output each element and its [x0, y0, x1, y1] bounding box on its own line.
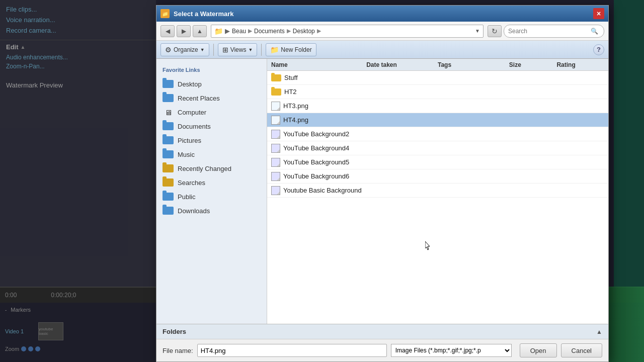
dialog-title-icon: 📁: [160, 9, 170, 18]
image-thumbnail-icon: [271, 144, 280, 153]
cancel-button[interactable]: Cancel: [561, 343, 602, 357]
file-ht4-label: HT4.png: [283, 116, 308, 124]
dialog-close-button[interactable]: ×: [593, 8, 604, 19]
views-label: Views: [230, 46, 247, 53]
image-thumbnail-icon: [271, 158, 280, 167]
dialog-action-buttons: Open Cancel: [520, 343, 602, 357]
file-ytbg5-name: YouTube Background5: [271, 158, 372, 167]
refresh-button[interactable]: ↻: [488, 25, 502, 37]
desktop-folder-icon: [163, 79, 174, 88]
dialog-organize-toolbar: ⚙ Organize ▼ ⊞ Views ▼ 📁 New Folder ?: [156, 41, 608, 59]
breadcrumb-sep-1: ▶: [248, 28, 252, 34]
folders-section[interactable]: Folders ▲: [156, 324, 608, 339]
back-button[interactable]: ◀: [160, 25, 175, 37]
views-icon: ⊞: [222, 46, 228, 54]
sidebar-music-label: Music: [178, 151, 195, 158]
help-button[interactable]: ?: [593, 44, 604, 55]
sidebar-documents-label: Documents: [178, 123, 211, 130]
sidebar-computer-label: Computer: [178, 109, 206, 116]
table-row[interactable]: Youtube Basic Background: [267, 184, 608, 198]
dialog-sidebar: Favorite Links Desktop Recent Places 🖥 C…: [156, 59, 267, 324]
sidebar-item-desktop[interactable]: Desktop: [156, 77, 267, 91]
file-ht2-name: HT2: [271, 88, 372, 96]
organize-chevron-icon: ▼: [200, 47, 205, 52]
file-ht3-label: HT3.png: [283, 102, 308, 110]
folders-label: Folders: [163, 328, 596, 335]
open-button[interactable]: Open: [520, 343, 557, 357]
search-input[interactable]: [508, 28, 589, 35]
sidebar-item-recent-places[interactable]: Recent Places: [156, 91, 267, 105]
sidebar-searches-label: Searches: [178, 179, 205, 187]
table-row[interactable]: YouTube Background6: [267, 169, 608, 184]
new-folder-button[interactable]: 📁 New Folder: [266, 43, 316, 56]
folder-icon: [271, 88, 281, 96]
col-rating[interactable]: Rating: [556, 61, 604, 68]
filetype-select[interactable]: Image Files (*.bmp;*.gif;*.jpg;*.p: [391, 344, 512, 357]
computer-icon: 🖥: [163, 108, 174, 117]
sidebar-item-music[interactable]: Music: [156, 147, 267, 161]
documents-folder-icon: [163, 122, 174, 131]
breadcrumb-sep-3: ▶: [317, 28, 321, 34]
sidebar-item-computer[interactable]: 🖥 Computer: [156, 105, 267, 119]
sidebar-item-searches[interactable]: Searches: [156, 175, 267, 190]
public-folder-icon: [163, 192, 174, 201]
file-list-header: Name Date taken Tags Size Rating: [267, 59, 608, 71]
table-row[interactable]: YouTube Background2: [267, 127, 608, 141]
organize-label: Organize: [174, 46, 198, 53]
search-submit-button[interactable]: 🔍: [591, 28, 598, 35]
sidebar-item-recently-changed[interactable]: Recently Changed: [156, 161, 267, 175]
sidebar-item-downloads[interactable]: Downloads: [156, 204, 267, 218]
file-ytbg2-label: YouTube Background2: [283, 130, 349, 138]
up-button[interactable]: ▲: [193, 25, 207, 37]
dialog-titlebar: 📁 Select a Watermark ×: [156, 6, 608, 22]
image-thumbnail-icon: [271, 130, 280, 139]
toolbar-sep-1: [213, 44, 214, 56]
image-thumbnail-icon: [271, 172, 280, 181]
filename-label: File name:: [163, 347, 193, 354]
col-name[interactable]: Name: [271, 61, 366, 68]
toolbar-sep-2: [261, 44, 262, 56]
breadcrumb-desktop: Desktop: [293, 28, 315, 35]
table-row[interactable]: HT4.png: [267, 113, 608, 127]
sidebar-pictures-label: Pictures: [178, 137, 201, 144]
file-stuff-label: Stuff: [284, 74, 298, 81]
views-button[interactable]: ⊞ Views ▼: [218, 43, 258, 56]
table-row[interactable]: Stuff: [267, 71, 608, 85]
file-ytbg2-name: YouTube Background2: [271, 130, 372, 139]
new-folder-icon: 📁: [270, 46, 279, 54]
dialog-body: Favorite Links Desktop Recent Places 🖥 C…: [156, 59, 608, 324]
image-thumbnail-icon: [271, 186, 280, 195]
folder-icon: [271, 74, 281, 81]
sidebar-public-label: Public: [178, 193, 195, 201]
file-ytbg5-label: YouTube Background5: [283, 158, 349, 166]
dialog-nav-toolbar: ◀ ▶ ▲ 📁 ▶ Beau ▶ Documents ▶ Desktop ▶ ▼…: [156, 22, 608, 41]
sidebar-item-documents[interactable]: Documents: [156, 119, 267, 133]
sidebar-section-title: Favorite Links: [156, 65, 267, 77]
table-row[interactable]: YouTube Background4: [267, 141, 608, 155]
sidebar-item-pictures[interactable]: Pictures: [156, 133, 267, 147]
table-row[interactable]: HT3.png: [267, 99, 608, 113]
recently-changed-icon: [163, 164, 174, 173]
address-dropdown-icon[interactable]: ▼: [475, 28, 480, 34]
sidebar-downloads-label: Downloads: [178, 207, 210, 215]
file-ht2-label: HT2: [284, 88, 297, 96]
file-stuff-name: Stuff: [271, 74, 372, 81]
breadcrumb-sep-2: ▶: [287, 28, 291, 34]
col-size[interactable]: Size: [509, 61, 557, 68]
select-watermark-dialog: 📁 Select a Watermark × ◀ ▶ ▲ 📁 ▶ Beau ▶ …: [156, 5, 609, 362]
table-row[interactable]: HT2: [267, 85, 608, 99]
organize-button[interactable]: ⚙ Organize ▼: [160, 43, 209, 56]
sidebar-recently-changed-label: Recently Changed: [178, 165, 231, 172]
breadcrumb-documents: Documents: [254, 28, 285, 35]
forward-button[interactable]: ▶: [177, 25, 191, 37]
file-ytbasic-label: Youtube Basic Background: [283, 187, 362, 194]
sidebar-item-public[interactable]: Public: [156, 190, 267, 204]
col-date-taken[interactable]: Date taken: [366, 61, 438, 68]
downloads-folder-icon: [163, 206, 174, 215]
filename-input[interactable]: [197, 344, 387, 357]
breadcrumb-beau: Beau: [232, 28, 246, 35]
col-tags[interactable]: Tags: [438, 61, 509, 68]
file-ytbg6-label: YouTube Background6: [283, 172, 349, 180]
table-row[interactable]: YouTube Background5: [267, 155, 608, 169]
file-ytbg4-label: YouTube Background4: [283, 144, 349, 152]
